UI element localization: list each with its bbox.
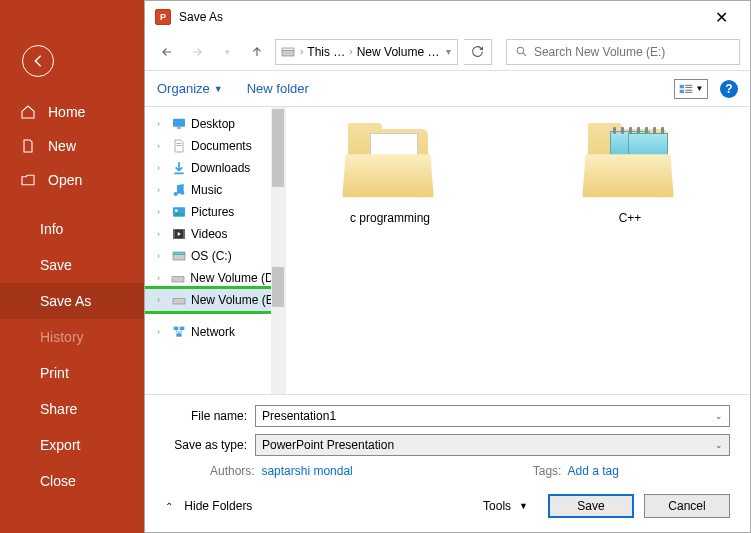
svg-point-14 (180, 191, 184, 195)
svg-rect-5 (685, 86, 692, 87)
svg-rect-1 (282, 48, 294, 51)
folder-name: c programming (350, 211, 430, 225)
svg-rect-19 (183, 229, 185, 238)
tools-dropdown[interactable]: Tools▼ (483, 499, 528, 513)
svg-rect-10 (177, 127, 181, 128)
filename-input[interactable]: Presentation1⌄ (255, 405, 730, 427)
authors-label: Authors: (210, 464, 255, 478)
tree-item-downloads[interactable]: ›Downloads (145, 157, 285, 179)
nav-new[interactable]: New (0, 129, 144, 163)
folder-name: C++ (619, 211, 642, 225)
svg-rect-26 (176, 333, 181, 336)
nav-open[interactable]: Open (0, 163, 144, 197)
nav-home[interactable]: Home (0, 95, 144, 129)
nav-save-as[interactable]: Save As (0, 283, 144, 319)
svg-rect-12 (176, 145, 181, 146)
filename-label: File name: (165, 409, 255, 423)
nav-share[interactable]: Share (0, 391, 144, 427)
tree-item-os-c[interactable]: ›OS (C:) (145, 245, 285, 267)
recent-dropdown-icon[interactable]: ▾ (215, 40, 239, 64)
dialog-title: Save As (179, 10, 223, 24)
folder-item[interactable]: C++ (540, 121, 720, 225)
nav-label: New (48, 138, 76, 154)
tree-item-network[interactable]: ›Network (145, 321, 285, 343)
tree-item-documents[interactable]: ›Documents (145, 135, 285, 157)
titlebar: P Save As ✕ (145, 1, 750, 33)
nav-close[interactable]: Close (0, 463, 144, 499)
svg-rect-3 (679, 84, 683, 88)
folder-icon (342, 121, 438, 203)
save-button[interactable]: Save (548, 494, 634, 518)
svg-rect-0 (282, 50, 294, 55)
svg-rect-21 (173, 252, 185, 255)
forward-arrow-icon (185, 40, 209, 64)
svg-rect-20 (173, 255, 185, 260)
nav-info[interactable]: Info (0, 211, 144, 247)
cancel-button[interactable]: Cancel (644, 494, 730, 518)
nav-export[interactable]: Export (0, 427, 144, 463)
tree-item-desktop[interactable]: ›Desktop (145, 113, 285, 135)
tree-scrollbar[interactable] (271, 107, 285, 394)
nav-print[interactable]: Print (0, 355, 144, 391)
svg-rect-25 (180, 327, 185, 330)
nav-history: History (0, 319, 144, 355)
tags-value[interactable]: Add a tag (567, 464, 618, 478)
drive-icon (280, 44, 296, 60)
breadcrumb-part[interactable]: New Volume … (357, 45, 440, 59)
nav-label: Open (48, 172, 82, 188)
folder-tree: ›Desktop ›Documents ›Downloads ›Music ›P… (145, 107, 285, 394)
tree-item-videos[interactable]: ›Videos (145, 223, 285, 245)
svg-rect-22 (172, 277, 184, 282)
organize-button[interactable]: Organize ▼ (157, 81, 223, 96)
navigation-bar: ▾ › This … › New Volume … ▾ (145, 33, 750, 71)
svg-rect-7 (685, 89, 692, 90)
breadcrumb[interactable]: › This … › New Volume … ▾ (275, 39, 458, 65)
svg-point-13 (174, 192, 178, 196)
search-icon (515, 45, 528, 58)
new-folder-button[interactable]: New folder (247, 81, 309, 96)
hide-folders-button[interactable]: ⌃ Hide Folders (165, 499, 252, 513)
search-input[interactable] (534, 45, 731, 59)
refresh-button[interactable] (464, 39, 492, 65)
folder-icon (582, 121, 678, 203)
savetype-dropdown[interactable]: PowerPoint Presentation⌄ (255, 434, 730, 456)
svg-rect-18 (173, 229, 175, 238)
save-as-dialog: P Save As ✕ ▾ › This … › New Volume … ▾ … (144, 0, 751, 533)
svg-rect-4 (685, 84, 692, 85)
svg-rect-9 (173, 119, 185, 127)
tree-item-volume-e[interactable]: ›New Volume (E:) (145, 289, 285, 311)
nav-save[interactable]: Save (0, 247, 144, 283)
svg-point-16 (175, 209, 178, 212)
bottom-panel: File name: Presentation1⌄ Save as type: … (145, 394, 750, 532)
svg-rect-8 (685, 91, 692, 92)
help-button[interactable]: ? (720, 80, 738, 98)
back-arrow-icon[interactable] (155, 40, 179, 64)
nav-label: Home (48, 104, 85, 120)
powerpoint-backstage-sidebar: Home New Open Info Save Save As History … (0, 0, 144, 533)
tags-label: Tags: (533, 464, 562, 478)
savetype-label: Save as type: (165, 438, 255, 452)
toolbar: Organize ▼ New folder ▼ ? (145, 71, 750, 107)
folder-item[interactable]: c programming (300, 121, 480, 225)
svg-point-2 (517, 47, 524, 54)
breadcrumb-part[interactable]: This … (307, 45, 345, 59)
folder-content: c programming C++ (285, 107, 750, 394)
close-icon[interactable]: ✕ (703, 8, 740, 27)
view-mode-button[interactable]: ▼ (674, 79, 708, 99)
back-button[interactable] (22, 45, 54, 77)
tree-item-volume-d[interactable]: ›New Volume (D:) (145, 267, 285, 289)
powerpoint-icon: P (155, 9, 171, 25)
svg-rect-6 (679, 89, 683, 93)
svg-rect-24 (174, 327, 179, 330)
authors-value[interactable]: saptarshi mondal (261, 464, 352, 478)
tree-item-music[interactable]: ›Music (145, 179, 285, 201)
tree-item-pictures[interactable]: ›Pictures (145, 201, 285, 223)
search-field[interactable] (506, 39, 740, 65)
up-arrow-icon[interactable] (245, 40, 269, 64)
svg-rect-11 (176, 143, 181, 144)
svg-rect-23 (173, 299, 185, 304)
